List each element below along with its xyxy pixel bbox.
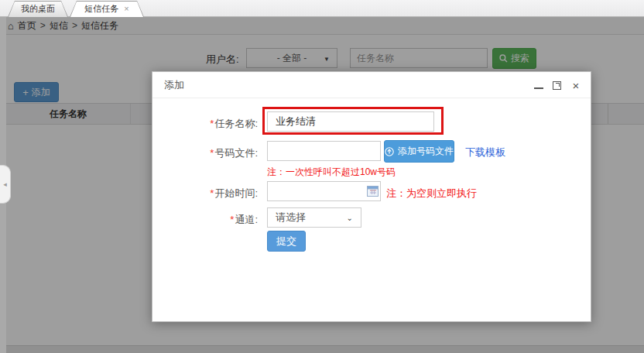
start-time-note: 注：为空则立即执行: [386, 187, 477, 200]
tab-label: 我的桌面: [21, 3, 55, 15]
dialog-title: 添加: [152, 78, 184, 92]
submit-button[interactable]: 提交: [267, 231, 306, 252]
download-template-link[interactable]: 下载模板: [465, 146, 505, 159]
channel-select-value: 请选择: [276, 211, 306, 224]
tab-my-desktop[interactable]: 我的桌面: [8, 1, 68, 17]
tab-sms-task[interactable]: 短信任务 ×: [70, 1, 144, 17]
chevron-down-icon: ⌄: [347, 214, 353, 222]
minimize-icon[interactable]: [534, 82, 543, 89]
channel-select[interactable]: 请选择 ⌄: [267, 207, 361, 228]
channel-label: *通道:: [152, 213, 258, 227]
dialog-header[interactable]: 添加 ×: [152, 72, 591, 98]
tab-bar: 我的桌面 短信任务 ×: [0, 0, 644, 17]
required-asterisk: *: [210, 187, 214, 199]
required-asterisk: *: [230, 214, 234, 225]
number-file-input[interactable]: [267, 141, 381, 161]
submit-button-label: 提交: [276, 235, 296, 248]
close-icon[interactable]: ×: [570, 80, 581, 91]
upload-button-label: 添加号码文件: [398, 145, 454, 158]
start-time-input[interactable]: [267, 181, 381, 201]
add-dialog: 添加 × *任务名称: *号码文件: 添加号码文件 下载模板: [152, 71, 591, 322]
task-name-label: *任务名称:: [152, 117, 258, 131]
number-file-note: 注：一次性呼叫不超过10w号码: [267, 166, 396, 179]
required-asterisk: *: [210, 118, 214, 129]
collapse-arrow-icon: ◂: [3, 180, 7, 188]
add-number-file-button[interactable]: 添加号码文件: [384, 140, 454, 163]
sidebar-collapse-handle[interactable]: ◂: [0, 165, 11, 204]
task-name-input[interactable]: [267, 111, 434, 132]
number-file-label: *号码文件:: [152, 146, 258, 160]
tab-label: 短信任务: [84, 3, 118, 15]
maximize-icon[interactable]: [553, 81, 561, 90]
tab-close-icon[interactable]: ×: [124, 5, 128, 13]
calendar-icon[interactable]: [367, 185, 379, 197]
upload-icon: [385, 147, 394, 156]
start-time-label: *开始时间:: [152, 187, 258, 200]
app-window: 我的桌面 短信任务 × ⌂ 首页 > 短信 > 短信任务 用户名: - 全部 -…: [0, 0, 644, 353]
required-asterisk: *: [210, 147, 214, 159]
